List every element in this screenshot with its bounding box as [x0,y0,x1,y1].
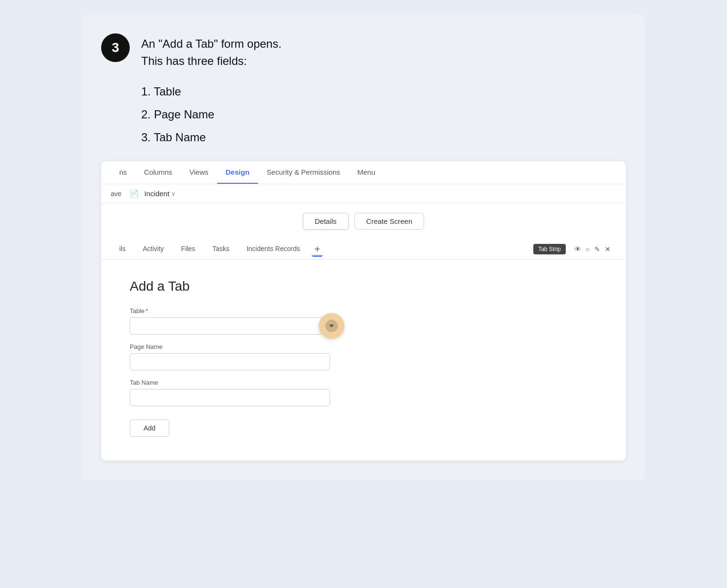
dropdown-chevron-wrapper [325,320,338,332]
tab-strip-bar: ils Activity Files Tasks Incidents Recor… [101,239,626,260]
strip-tab-tasks[interactable]: Tasks [204,239,238,259]
toolbar-row: ave 📄 Incident ∨ [101,184,626,203]
toolbar-save-label: ave [111,190,122,198]
tab-name-field-group: Tab Name [130,379,330,406]
strip-tab-ils[interactable]: ils [111,239,134,259]
doc-icon: 📄 [129,189,139,198]
form-area: Add a Tab Table* Page Name [101,260,626,461]
close-icon[interactable]: ✕ [605,245,611,253]
add-tab-button[interactable]: + [311,242,324,256]
table-field-group: Table* [130,307,330,335]
chevron-icon: ∨ [171,190,176,197]
field-item-2: 2. Page Name [141,108,626,121]
tab-ns[interactable]: ns [111,161,135,184]
form-title: Add a Tab [130,279,597,294]
strip-tab-files[interactable]: Files [173,239,204,259]
add-button[interactable]: Add [130,420,169,437]
tab-menu[interactable]: Menu [349,161,384,184]
tab-views[interactable]: Views [181,161,217,184]
table-name-pill[interactable]: Incident ∨ [145,189,176,198]
table-label: Table* [130,307,330,315]
tab-design[interactable]: Design [217,161,258,184]
step-number: 3 [101,33,130,62]
field-item-1: 1. Table [141,85,626,98]
step-description-line1: An "Add a Tab" form opens. [141,37,281,50]
step-header: 3 An "Add a Tab" form opens. This has th… [101,33,626,70]
page-name-field-group: Page Name [130,343,330,370]
outer-container: 3 An "Add a Tab" form opens. This has th… [82,14,645,480]
field-item-3: 3. Tab Name [141,131,626,144]
page-name-label: Page Name [130,343,330,350]
screen-buttons: Details Create Screen [101,203,626,239]
tab-name-input[interactable] [130,389,330,406]
table-input[interactable] [130,317,330,335]
table-dropdown-button[interactable] [319,313,344,339]
nav-tabs: ns Columns Views Design Security & Permi… [101,161,626,184]
tab-columns[interactable]: Columns [135,161,181,184]
tab-strip-tabs: ils Activity Files Tasks Incidents Recor… [111,239,528,259]
pencil-icon[interactable]: ✎ [594,245,600,253]
page-name-input[interactable] [130,353,330,370]
strip-tab-incidents[interactable]: Incidents Records [238,239,309,259]
details-button[interactable]: Details [303,213,349,230]
strip-tab-activity[interactable]: Activity [134,239,172,259]
table-name-text: Incident [145,189,170,198]
chevron-down-icon [329,325,334,327]
ui-card: ns Columns Views Design Security & Permi… [101,161,626,461]
step-description: An "Add a Tab" form opens. This has thre… [141,33,281,70]
step-description-line2: This has three fields: [141,54,247,67]
table-required: * [145,307,148,315]
eye-icon[interactable]: 👁 [574,245,581,253]
tab-name-label: Tab Name [130,379,330,386]
table-dropdown-wrapper [130,317,330,335]
create-screen-button[interactable]: Create Screen [354,213,425,230]
tab-strip-controls: Tab Strip 👁 ○ ✎ ✕ [528,240,616,258]
circle-icon[interactable]: ○ [586,245,590,253]
fields-list: 1. Table 2. Page Name 3. Tab Name [141,85,626,144]
tab-strip-label: Tab Strip [533,244,565,254]
tab-security[interactable]: Security & Permissions [258,161,349,184]
plus-icon: + [314,244,320,255]
